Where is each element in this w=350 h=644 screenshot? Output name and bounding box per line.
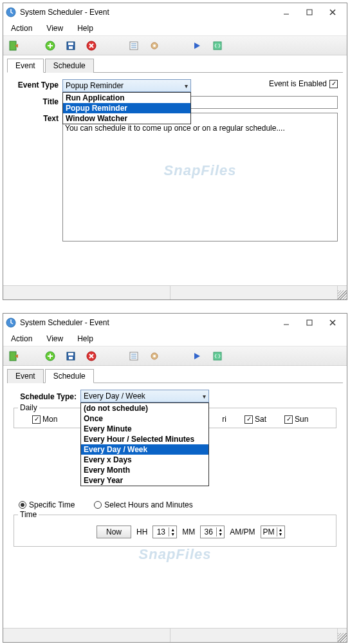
save-icon[interactable] [65, 350, 77, 362]
event-type-dropdown: Run Application Popup Reminder Window Wa… [62, 92, 191, 124]
svg-rect-6 [68, 43, 73, 45]
schedule-option[interactable]: Once [81, 413, 208, 424]
svg-rect-7 [69, 46, 73, 49]
add-icon[interactable] [44, 40, 56, 52]
schedule-option[interactable]: (do not schedule) [81, 403, 208, 413]
time-fieldset: Time Now HH ▲▼ MM ▲▼ AM/PM ▲▼ [14, 515, 336, 547]
day-label: Sat [255, 415, 266, 424]
schedule-option[interactable]: Every Day / Week [81, 444, 208, 455]
event-type-option[interactable]: Popup Reminder [63, 103, 190, 113]
statusbar [3, 628, 347, 642]
tab-event[interactable]: Event [7, 369, 44, 383]
menu-help[interactable]: Help [75, 23, 96, 34]
menu-action[interactable]: Action [8, 23, 35, 34]
exit-icon[interactable] [8, 350, 20, 362]
day-label: Sun [295, 415, 308, 424]
refresh-icon[interactable] [212, 350, 223, 362]
tabs-row: Event Schedule [7, 368, 343, 383]
ampm-spinner[interactable]: ▲▼ [261, 526, 285, 538]
refresh-icon[interactable] [212, 40, 223, 52]
schedule-type-value: Every Day / Week [84, 392, 145, 401]
day-label: Mon [42, 415, 57, 424]
mm-spinner[interactable]: ▲▼ [200, 526, 225, 538]
list-icon[interactable] [128, 40, 140, 52]
maximize-button[interactable] [298, 315, 321, 330]
svg-rect-18 [307, 320, 312, 325]
schedule-type-dropdown: (do not schedule) Once Every Minute Ever… [80, 402, 209, 486]
close-button[interactable] [321, 5, 344, 20]
tab-schedule[interactable]: Schedule [45, 59, 94, 73]
time-legend: Time [18, 510, 39, 519]
delete-icon[interactable] [86, 40, 97, 52]
play-icon[interactable] [191, 40, 203, 52]
event-type-label: Event Type [12, 79, 59, 90]
specific-time-radio[interactable] [19, 501, 26, 509]
menu-help[interactable]: Help [75, 333, 96, 345]
menubar: Action View Help [3, 21, 347, 36]
text-input[interactable]: This is a sample popup reminder! You can… [62, 113, 338, 242]
menu-view[interactable]: View [44, 333, 66, 345]
mon-checkbox[interactable]: ✓ [32, 415, 41, 424]
menubar: Action View Help [3, 332, 347, 346]
maximize-button[interactable] [298, 5, 321, 20]
resize-grip[interactable] [338, 290, 347, 299]
svg-rect-2 [307, 10, 312, 15]
tab-schedule[interactable]: Schedule [45, 369, 94, 383]
titlebar: System Scheduler - Event [3, 3, 347, 21]
hh-input[interactable] [153, 526, 169, 538]
save-icon[interactable] [65, 40, 77, 52]
schedule-type-combo[interactable]: Every Day / Week (do not schedule) Once … [80, 390, 209, 402]
event-content: Event Type Popup Reminder Run Applicatio… [3, 73, 347, 285]
schedule-option[interactable]: Every Year [81, 475, 208, 486]
event-type-option[interactable]: Window Watcher [63, 113, 190, 124]
titlebar: System Scheduler - Event [3, 314, 347, 332]
svg-point-30 [153, 355, 156, 357]
title-label: Title [12, 96, 59, 106]
list-icon[interactable] [128, 350, 140, 362]
tab-event[interactable]: Event [7, 59, 44, 73]
delete-icon[interactable] [86, 350, 97, 362]
select-hours-label: Select Hours and Minutes [104, 500, 192, 509]
hh-spinner[interactable]: ▲▼ [152, 526, 177, 538]
schedule-option[interactable]: Every Hour / Selected Minutes [81, 434, 208, 444]
window-title: System Scheduler - Event [20, 8, 275, 17]
mm-input[interactable] [201, 526, 216, 538]
schedule-option[interactable]: Every Month [81, 465, 208, 475]
select-hours-radio[interactable] [94, 501, 102, 509]
svg-point-14 [153, 44, 156, 47]
event-enabled-checkbox[interactable]: ✓ [329, 80, 338, 88]
event-type-option[interactable]: Run Application [63, 93, 190, 103]
schedule-content: Schedule Type: Every Day / Week (do not … [3, 383, 347, 628]
tabs-row: Event Schedule [7, 58, 343, 73]
schedule-option[interactable]: Every Minute [81, 424, 208, 434]
app-icon [6, 7, 16, 17]
minimize-button[interactable] [275, 315, 298, 330]
gear-icon[interactable] [149, 350, 160, 362]
add-icon[interactable] [44, 350, 56, 362]
gear-icon[interactable] [149, 40, 160, 52]
ampm-input[interactable] [261, 526, 277, 538]
statusbar [3, 285, 347, 299]
day-sun: ✓Sun [284, 415, 308, 424]
toolbar [3, 36, 347, 55]
day-mon: ✓Mon [32, 415, 57, 424]
now-button[interactable]: Now [97, 526, 131, 538]
play-icon[interactable] [191, 350, 203, 362]
hh-label: HH [136, 527, 147, 536]
mm-label: MM [182, 527, 195, 536]
schedule-option[interactable]: Every x Days [81, 455, 208, 465]
day-label: ri [222, 415, 226, 424]
exit-icon[interactable] [8, 40, 20, 52]
daily-legend: Daily [18, 403, 39, 412]
sun-checkbox[interactable]: ✓ [284, 415, 293, 424]
close-button[interactable] [321, 315, 344, 330]
specific-time-label: Specific Time [29, 500, 75, 509]
event-type-combo[interactable]: Popup Reminder Run Application Popup Rem… [62, 79, 191, 92]
minimize-button[interactable] [275, 5, 298, 20]
schedule-type-label: Schedule Type: [12, 391, 77, 401]
resize-grip[interactable] [338, 633, 347, 642]
menu-action[interactable]: Action [8, 333, 35, 345]
menu-view[interactable]: View [44, 23, 66, 34]
sat-checkbox[interactable]: ✓ [244, 415, 253, 424]
svg-rect-22 [68, 353, 73, 355]
